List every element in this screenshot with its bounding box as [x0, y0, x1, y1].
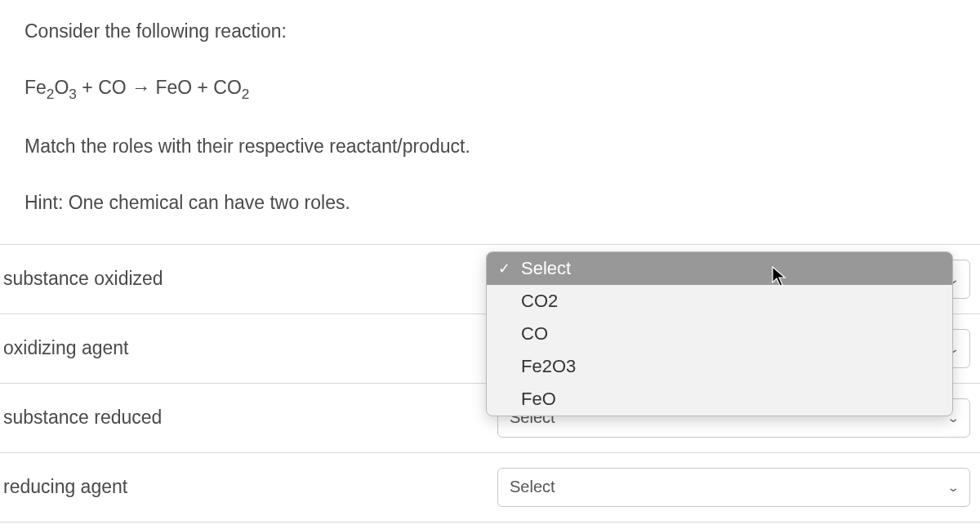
- question-intro: Consider the following reaction:: [24, 16, 956, 47]
- question-instruction: Match the roles with their respective re…: [24, 131, 956, 162]
- option-label: FeO: [521, 389, 556, 409]
- dropdown-option-feo[interactable]: FeO: [487, 383, 952, 416]
- table-row: reducing agent Select ⌄: [0, 452, 980, 522]
- dropdown-option-fe2o3[interactable]: Fe2O3: [487, 350, 952, 383]
- question-block: Consider the following reaction: Fe2O3 +…: [0, 0, 980, 218]
- role-label: substance reduced: [0, 383, 494, 452]
- reaction-equation: Fe2O3 + CO → FeO + CO2: [24, 73, 956, 105]
- option-label: Select: [521, 258, 571, 278]
- option-label: CO: [521, 323, 548, 344]
- dropdown-option-co[interactable]: CO: [487, 318, 952, 350]
- dropdown-option-co2[interactable]: CO2: [487, 285, 952, 318]
- question-hint: Hint: One chemical can have two roles.: [24, 188, 956, 218]
- role-label: oxidizing agent: [0, 313, 494, 383]
- check-icon: ✓: [498, 260, 510, 278]
- dropdown-option-select[interactable]: ✓ Select: [487, 252, 952, 285]
- dropdown-menu[interactable]: ✓ Select CO2 CO Fe2O3 FeO: [486, 251, 953, 416]
- role-label: reducing agent: [0, 452, 494, 522]
- chevron-down-icon: ⌄: [947, 481, 960, 494]
- option-label: Fe2O3: [521, 356, 576, 376]
- select-reducing-agent[interactable]: Select ⌄: [497, 468, 970, 507]
- select-value: Select: [510, 478, 555, 496]
- option-label: CO2: [521, 291, 558, 311]
- role-label: substance oxidized: [0, 244, 494, 313]
